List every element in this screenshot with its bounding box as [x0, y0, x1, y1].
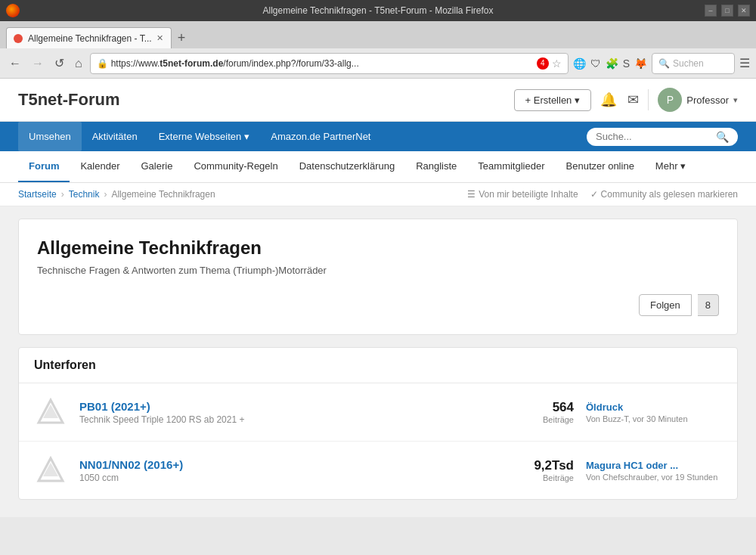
header-icons: 🔔 ✉ [600, 91, 639, 108]
subforum-item: PB01 (2021+) Technik Speed Triple 1200 R… [19, 383, 737, 442]
subforum-desc-pb01: Technik Speed Triple 1200 RS ab 2021 + [79, 414, 501, 425]
notification-bell-icon[interactable]: 🔔 [600, 91, 617, 108]
forum-actions: Folgen 8 [37, 294, 719, 316]
subnav-galerie[interactable]: Galerie [131, 151, 184, 182]
last-post-meta-nn: Von Chefschrauber, vor 19 Stunden [586, 473, 722, 482]
subforum-label-nn: Beiträge [513, 473, 574, 482]
subforum-last-post-nn: Magura HC1 oder ... Von Chefschrauber, v… [586, 460, 722, 482]
subforum-desc-nn: 1050 ccm [79, 473, 501, 483]
subforum-item-nn: NN01/NN02 (2016+) 1050 ccm 9,2Tsd Beiträ… [19, 442, 737, 499]
forward-button[interactable]: → [29, 55, 47, 72]
my-content-action[interactable]: ☰ Von mir beteiligte Inhalte [467, 189, 578, 200]
main-content: Allgemeine Technikfragen Technische Frag… [0, 206, 756, 512]
nav-item-umsehen[interactable]: Umsehen [18, 122, 82, 151]
active-tab[interactable]: Allgemeine Technikfragen - T... ✕ [6, 27, 172, 48]
user-menu[interactable]: P Professor ▾ [658, 88, 738, 112]
subforum-icon-nn [34, 454, 67, 487]
titlebar: Allgemeine Technikfragen - T5net-Forum -… [0, 0, 756, 21]
breadcrumb: Startseite › Technik › Allgemeine Techni… [0, 183, 756, 206]
reload-button[interactable]: ↺ [51, 54, 67, 72]
subnav-teammitglieder[interactable]: Teammitglieder [467, 151, 555, 182]
subforum-last-post-pb01: Öldruck Von Buzz-T, vor 30 Minuten [586, 402, 722, 423]
subforum-card: Unterforen PB01 (2021+) Technik Speed Tr… [18, 347, 738, 500]
last-post-title-pb01[interactable]: Öldruck [586, 402, 722, 413]
back-button[interactable]: ← [6, 55, 24, 72]
window-title: Allgemeine Technikfragen - T5net-Forum -… [6, 5, 750, 16]
erstellen-button[interactable]: + Erstellen ▾ [514, 89, 592, 111]
nav-search-icon[interactable]: 🔍 [716, 131, 729, 143]
url-bar[interactable]: 🔒 https://www.t5net-forum.de/forum/index… [90, 53, 569, 74]
nav-search-box[interactable]: 🔍 [587, 128, 738, 146]
erstellen-dropdown-icon: ▾ [575, 95, 580, 106]
notification-badge: 4 [537, 57, 549, 70]
tab-close-button[interactable]: ✕ [156, 33, 163, 43]
my-content-label: Von mir beteiligte Inhalte [479, 189, 578, 200]
firefox-logo [6, 4, 20, 17]
mark-read-action[interactable]: ✓ Community als gelesen markieren [590, 189, 738, 200]
breadcrumb-sep-1: › [61, 189, 64, 200]
profile-icon[interactable]: 🦊 [634, 57, 647, 70]
header-right: + Erstellen ▾ 🔔 ✉ P Professor ▾ [514, 88, 738, 112]
new-tab-button[interactable]: + [173, 27, 191, 48]
subnav-mehr[interactable]: Mehr ▾ [645, 151, 696, 182]
browser-window: Allgemeine Technikfragen - T5net-Forum -… [0, 0, 756, 517]
toolbar-icons: 🌐 🛡 🧩 S 🦊 [573, 57, 647, 70]
folgen-button[interactable]: Folgen [639, 294, 692, 316]
site-logo: T5net-Forum [18, 90, 119, 110]
nav-item-externe-webseiten[interactable]: Externe Webseiten ▾ [148, 122, 261, 151]
breadcrumb-left: Startseite › Technik › Allgemeine Techni… [18, 189, 215, 200]
subforum-info-pb01: PB01 (2021+) Technik Speed Triple 1200 R… [79, 400, 501, 425]
checkmark-icon: ✓ [590, 189, 598, 200]
main-nav: Umsehen Aktivitäten Externe Webseiten ▾ … [0, 122, 756, 151]
maximize-button[interactable]: □ [721, 5, 733, 17]
tab-label: Allgemeine Technikfragen - T... [28, 33, 152, 44]
tab-favicon [13, 33, 23, 44]
url-text: https://www.t5net-forum.de/forum/index.p… [111, 58, 534, 69]
mark-read-label: Community als gelesen markieren [601, 189, 738, 200]
search-box[interactable]: 🔍 Suchen [652, 53, 735, 74]
subforum-title-nn[interactable]: NN01/NN02 (2016+) [79, 458, 501, 471]
nav-items: Umsehen Aktivitäten Externe Webseiten ▾ … [18, 122, 381, 151]
subforum-stats-nn: 9,2Tsd Beiträge [513, 458, 574, 482]
breadcrumb-current: Allgemeine Technikfragen [111, 189, 215, 200]
nav-item-aktivitaeten[interactable]: Aktivitäten [82, 122, 148, 151]
subforum-count-nn: 9,2Tsd [513, 458, 574, 473]
subforum-header: Unterforen [19, 348, 737, 383]
messages-icon[interactable]: ✉ [627, 91, 639, 108]
subnav-datenschutz[interactable]: Datenschutzerklärung [289, 151, 405, 182]
subnav-forum[interactable]: Forum [18, 151, 70, 182]
menu-button[interactable]: ☰ [739, 56, 750, 70]
folgen-count: 8 [698, 294, 719, 316]
my-content-icon: ☰ [467, 189, 476, 200]
user-avatar: P [658, 88, 682, 112]
tab-bar: Allgemeine Technikfragen - T... ✕ + [0, 21, 756, 48]
lock-icon: 🔒 [97, 58, 108, 69]
shield-icon[interactable]: 🛡 [590, 57, 601, 70]
nav-item-amazon[interactable]: Amazon.de PartnerNet [260, 122, 381, 151]
subnav-kalender[interactable]: Kalender [70, 151, 130, 182]
home-button[interactable]: ⌂ [72, 55, 85, 72]
nav-search-input[interactable] [596, 131, 711, 142]
subforum-title-pb01[interactable]: PB01 (2021+) [79, 400, 501, 413]
mehr-dropdown-icon: ▾ [680, 160, 686, 172]
subnav-community-regeln[interactable]: Community-Regeln [183, 151, 288, 182]
sub-nav: Forum Kalender Galerie Community-Regeln … [0, 151, 756, 183]
breadcrumb-right: ☰ Von mir beteiligte Inhalte ✓ Community… [467, 189, 738, 200]
dropdown-icon: ▾ [244, 131, 249, 142]
bookmark-icon[interactable]: ☆ [552, 57, 562, 70]
breadcrumb-technik[interactable]: Technik [69, 189, 100, 200]
forum-title: Allgemeine Technikfragen [37, 237, 719, 259]
breadcrumb-startseite[interactable]: Startseite [18, 189, 57, 200]
skype-icon[interactable]: S [623, 57, 630, 70]
subnav-rangliste[interactable]: Rangliste [405, 151, 467, 182]
subforum-icon-pb01 [34, 395, 67, 429]
last-post-title-nn[interactable]: Magura HC1 oder ... [586, 460, 722, 471]
minimize-button[interactable]: – [705, 5, 717, 17]
window-controls: – □ ✕ [705, 5, 750, 17]
pocket-icon[interactable]: 🌐 [573, 57, 586, 70]
subnav-benutzer-online[interactable]: Benutzer online [556, 151, 645, 182]
close-button[interactable]: ✕ [738, 5, 750, 17]
subforum-stats-pb01: 564 Beiträge [513, 400, 574, 424]
extensions-icon[interactable]: 🧩 [606, 57, 618, 70]
subforum-label-pb01: Beiträge [513, 415, 574, 424]
